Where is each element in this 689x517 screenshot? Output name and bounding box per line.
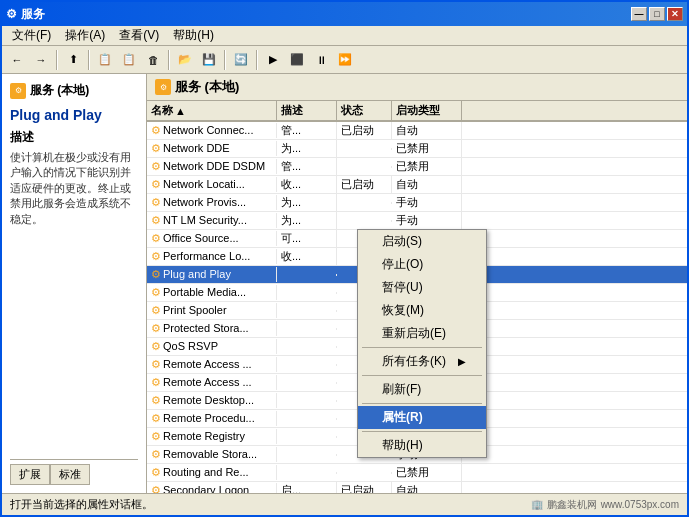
service-status-cell	[337, 472, 392, 474]
forward-button[interactable]: →	[30, 49, 52, 71]
description-text: 使计算机在极少或没有用户输入的情况下能识别并适应硬件的更改。终止或禁用此服务会造…	[10, 150, 138, 227]
menu-file[interactable]: 文件(F)	[6, 26, 57, 45]
start-service-button[interactable]: ▶	[262, 49, 284, 71]
up-button[interactable]: ⬆	[62, 49, 84, 71]
table-row[interactable]: ⚙Routing and Re...已禁用	[147, 464, 687, 482]
service-desc-cell: 为...	[277, 194, 337, 211]
table-row[interactable]: ⚙Network Locati...收...已启动自动	[147, 176, 687, 194]
col-desc-header[interactable]: 描述	[277, 101, 337, 120]
service-name-cell: ⚙Remote Desktop...	[147, 393, 277, 408]
context-menu-label: 暂停(U)	[382, 279, 423, 296]
service-name-cell: ⚙NT LM Security...	[147, 213, 277, 228]
service-startup-cell: 已禁用	[392, 140, 462, 157]
service-desc-cell	[277, 454, 337, 456]
menu-action[interactable]: 操作(A)	[59, 26, 111, 45]
service-desc-cell	[277, 346, 337, 348]
context-menu-item[interactable]: 恢复(M)	[358, 299, 486, 322]
right-panel: ⚙ 服务 (本地) 名称 ▲ 描述 状态 启动类	[147, 74, 687, 493]
table-row[interactable]: ⚙Network DDE DSDM管...已禁用	[147, 158, 687, 176]
service-desc-cell	[277, 364, 337, 366]
service-desc-cell	[277, 328, 337, 330]
service-status-cell: 已启动	[337, 482, 392, 493]
service-name-cell: ⚙Removable Stora...	[147, 447, 277, 462]
service-desc-cell	[277, 292, 337, 294]
pause-service-button[interactable]: ⏸	[310, 49, 332, 71]
table-row[interactable]: ⚙Network DDE为...已禁用	[147, 140, 687, 158]
context-menu-separator	[362, 403, 482, 404]
copy-button[interactable]: 📋	[94, 49, 116, 71]
service-startup-cell: 手动	[392, 212, 462, 229]
status-bar: 打开当前选择的属性对话框。 🏢 鹏鑫装机网 www.0753px.com	[2, 493, 687, 515]
table-row[interactable]: ⚙NT LM Security...为...手动	[147, 212, 687, 230]
context-menu-item[interactable]: 重新启动(E)	[358, 322, 486, 345]
right-panel-header: ⚙ 服务 (本地)	[147, 74, 687, 101]
menu-view[interactable]: 查看(V)	[113, 26, 165, 45]
service-status-cell: 已启动	[337, 176, 392, 193]
watermark: 🏢 鹏鑫装机网 www.0753px.com	[531, 498, 679, 512]
context-menu-label: 停止(O)	[382, 256, 423, 273]
service-status-cell: 已启动	[337, 122, 392, 139]
context-menu-item[interactable]: 暂停(U)	[358, 276, 486, 299]
right-panel-icon: ⚙	[155, 79, 171, 95]
left-panel-title: 服务 (本地)	[30, 82, 89, 99]
service-name-cell: ⚙Remote Access ...	[147, 375, 277, 390]
sort-icon: ▲	[175, 105, 186, 117]
col-name-header[interactable]: 名称 ▲	[147, 101, 277, 120]
context-menu-item[interactable]: 帮助(H)	[358, 434, 486, 457]
service-desc-cell: 启...	[277, 482, 337, 493]
service-name-cell: ⚙Network DDE	[147, 141, 277, 156]
tab-standard[interactable]: 标准	[50, 464, 90, 485]
service-name-cell: ⚙Plug and Play	[147, 267, 277, 282]
context-menu-separator	[362, 431, 482, 432]
close-button[interactable]: ✕	[667, 7, 683, 21]
stop-service-button[interactable]: ⬛	[286, 49, 308, 71]
service-desc-cell	[277, 274, 337, 276]
context-menu-label: 启动(S)	[382, 233, 422, 250]
table-row[interactable]: ⚙Network Connec...管...已启动自动	[147, 122, 687, 140]
context-menu-item[interactable]: 刷新(F)	[358, 378, 486, 401]
title-bar-text: ⚙ 服务	[6, 6, 45, 23]
main-content: ⚙ 服务 (本地) Plug and Play 描述 使计算机在极少或没有用户输…	[2, 74, 687, 493]
watermark-name: 鹏鑫装机网	[547, 498, 597, 512]
toolbar-sep-5	[256, 50, 258, 70]
maximize-button[interactable]: □	[649, 7, 665, 21]
service-name-cell: ⚙Network Provis...	[147, 195, 277, 210]
service-desc-cell	[277, 400, 337, 402]
context-menu-label: 所有任务(K)	[382, 353, 446, 370]
submenu-arrow-icon: ▶	[458, 356, 466, 367]
service-desc-cell	[277, 436, 337, 438]
context-menu-item[interactable]: 属性(R)	[358, 406, 486, 429]
toolbar-sep-3	[168, 50, 170, 70]
service-name-cell: ⚙Performance Lo...	[147, 249, 277, 264]
col-status-header[interactable]: 状态	[337, 101, 392, 120]
minimize-button[interactable]: —	[631, 7, 647, 21]
back-button[interactable]: ←	[6, 49, 28, 71]
resume-service-button[interactable]: ⏩	[334, 49, 356, 71]
service-startup-cell: 自动	[392, 482, 462, 493]
delete-button[interactable]: 🗑	[142, 49, 164, 71]
service-desc-cell: 收...	[277, 176, 337, 193]
table-row[interactable]: ⚙Secondary Logon启...已启动自动	[147, 482, 687, 493]
tab-expand[interactable]: 扩展	[10, 464, 50, 485]
toolbar: ← → ⬆ 📋 📋 🗑 📂 💾 🔄 ▶ ⬛ ⏸ ⏩	[2, 46, 687, 74]
service-name-cell: ⚙Protected Stora...	[147, 321, 277, 336]
service-name-cell: ⚙Portable Media...	[147, 285, 277, 300]
toolbar-sep-1	[56, 50, 58, 70]
refresh-button[interactable]: 🔄	[230, 49, 252, 71]
context-menu-item[interactable]: 停止(O)	[358, 253, 486, 276]
context-menu-item[interactable]: 启动(S)	[358, 230, 486, 253]
watermark-url: www.0753px.com	[601, 499, 679, 510]
col-startup-header[interactable]: 启动类型	[392, 101, 462, 120]
menu-help[interactable]: 帮助(H)	[167, 26, 220, 45]
service-startup-cell: 手动	[392, 194, 462, 211]
open-button[interactable]: 📂	[174, 49, 196, 71]
left-panel: ⚙ 服务 (本地) Plug and Play 描述 使计算机在极少或没有用户输…	[2, 74, 147, 493]
save-button[interactable]: 💾	[198, 49, 220, 71]
context-menu-item[interactable]: 所有任务(K)▶	[358, 350, 486, 373]
service-name-cell: ⚙QoS RSVP	[147, 339, 277, 354]
service-name-cell: ⚙Remote Access ...	[147, 357, 277, 372]
table-row[interactable]: ⚙Network Provis...为...手动	[147, 194, 687, 212]
left-panel-header: ⚙ 服务 (本地)	[10, 82, 138, 99]
paste-button[interactable]: 📋	[118, 49, 140, 71]
service-status-cell	[337, 166, 392, 168]
